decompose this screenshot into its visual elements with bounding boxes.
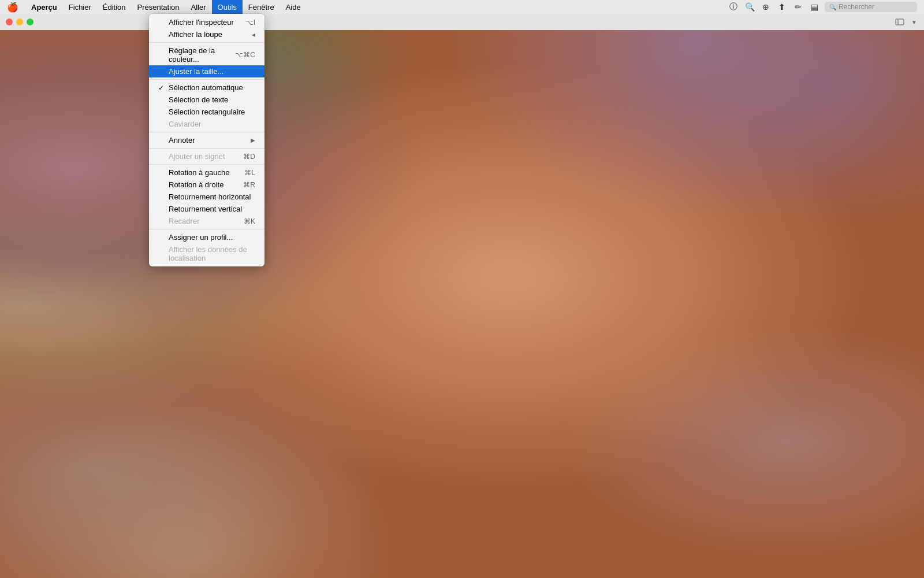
menu-item-recadrer: Recadrer ⌘K [149, 215, 264, 227]
menu-aller[interactable]: Aller [185, 0, 212, 14]
maximize-button[interactable] [27, 18, 33, 25]
menu-presentation[interactable]: Présentation [132, 0, 185, 14]
signet-shortcut: ⌘D [243, 153, 255, 161]
search-placeholder: Rechercher [839, 3, 874, 11]
window-controls-right: ▾ [892, 16, 918, 28]
menu-edition[interactable]: Édition [97, 0, 132, 14]
apple-menu-item[interactable]: 🍎 [0, 2, 25, 13]
menu-item-inspecteur[interactable]: Afficher l'inspecteur ⌥I [149, 16, 264, 28]
zoom-out-icon[interactable]: 🔍 [744, 1, 755, 13]
menu-item-ret-h[interactable]: Retournement horizontal [149, 191, 264, 203]
rot-gauche-shortcut: ⌘L [244, 169, 255, 177]
menu-item-sel-texte[interactable]: Sélection de texte [149, 94, 264, 106]
menu-item-sel-rect[interactable]: Sélection rectangulaire [149, 106, 264, 118]
menu-item-caviarder: Caviarder [149, 118, 264, 130]
outils-dropdown-menu: Afficher l'inspecteur ⌥I Afficher la lou… [149, 14, 264, 266]
menu-outils[interactable]: Outils [212, 0, 243, 14]
menubar-right: ⓘ 🔍 ⊕ ⬆ ✏ ▤ 🔍 Rechercher [728, 1, 924, 13]
window-chrome: ▾ [0, 14, 924, 30]
loupe-shortcut: ◂ [252, 31, 255, 39]
sep-6 [149, 229, 264, 229]
content-area [0, 30, 924, 578]
traffic-lights [6, 18, 33, 25]
menu-item-signet: Ajouter un signet ⌘D [149, 150, 264, 162]
search-icon: 🔍 [829, 4, 836, 10]
menu-item-profil[interactable]: Assigner un profil... [149, 231, 264, 243]
check-sel-auto: ✓ [158, 84, 166, 92]
sep-2 [149, 79, 264, 80]
menu-fenetre[interactable]: Fenêtre [243, 0, 280, 14]
profil-label: Assigner un profil... [169, 233, 233, 242]
ret-v-label: Retournement vertical [169, 205, 242, 213]
sel-rect-label: Sélection rectangulaire [169, 108, 245, 116]
annoter-arrow: ▶ [251, 137, 255, 143]
localisation-label: Afficher les données de localisation [169, 245, 255, 262]
inspecteur-shortcut: ⌥I [245, 18, 255, 27]
menu-item-taille[interactable]: Ajuster la taille... [149, 65, 264, 77]
sep-1 [149, 42, 264, 43]
ret-h-label: Retournement horizontal [169, 192, 251, 201]
sel-auto-label: Sélection automatique [169, 83, 243, 92]
rot-gauche-label: Rotation à gauche [169, 168, 230, 177]
menubar: 🍎 Aperçu Fichier Édition Présentation Al… [0, 0, 924, 14]
signet-label: Ajouter un signet [169, 152, 225, 161]
sep-5 [149, 164, 264, 165]
sidebar-toggle-btn[interactable] [892, 16, 908, 28]
sel-texte-label: Sélection de texte [169, 95, 228, 104]
menu-item-loupe[interactable]: Afficher la loupe ◂ [149, 28, 264, 40]
zoom-in-icon[interactable]: ⊕ [760, 1, 772, 13]
menu-aide[interactable]: Aide [280, 0, 307, 14]
svg-rect-0 [896, 19, 904, 25]
menu-item-ret-v[interactable]: Retournement vertical [149, 203, 264, 215]
search-bar[interactable]: 🔍 Rechercher [825, 2, 917, 12]
sep-3 [149, 132, 264, 132]
share-icon[interactable]: ⬆ [776, 1, 788, 13]
recadrer-shortcut: ⌘K [244, 217, 255, 225]
close-button[interactable] [6, 18, 13, 25]
inspecteur-label: Afficher l'inspecteur [169, 18, 234, 27]
couleur-shortcut: ⌥⌘C [235, 51, 255, 59]
menu-apercu[interactable]: Aperçu [25, 0, 63, 14]
sidebar-toggle-arrow: ▾ [910, 18, 918, 26]
caviarder-label: Caviarder [169, 120, 201, 128]
menu-item-localisation: Afficher les données de localisation [149, 243, 264, 264]
annotate-icon[interactable]: ✏ [792, 1, 804, 13]
menu-fichier[interactable]: Fichier [63, 0, 97, 14]
menu-item-sel-auto[interactable]: ✓ Sélection automatique [149, 81, 264, 94]
couleur-label: Réglage de la couleur... [169, 46, 235, 64]
sep-4 [149, 148, 264, 149]
recadrer-label: Recadrer [169, 217, 199, 225]
annoter-label: Annoter [169, 136, 195, 144]
menu-item-couleur[interactable]: Réglage de la couleur... ⌥⌘C [149, 45, 264, 65]
photo-background [0, 30, 924, 578]
info-icon[interactable]: ⓘ [728, 1, 739, 13]
menu-item-rot-gauche[interactable]: Rotation à gauche ⌘L [149, 166, 264, 179]
rot-droite-label: Rotation à droite [169, 180, 223, 189]
loupe-label: Afficher la loupe [169, 30, 222, 39]
minimize-button[interactable] [16, 18, 23, 25]
sidebar-icon[interactable]: ▤ [808, 1, 820, 13]
menu-item-annoter[interactable]: Annoter ▶ [149, 134, 264, 146]
menu-item-rot-droite[interactable]: Rotation à droite ⌘R [149, 179, 264, 191]
taille-label: Ajuster la taille... [169, 67, 223, 76]
rot-droite-shortcut: ⌘R [243, 181, 255, 189]
